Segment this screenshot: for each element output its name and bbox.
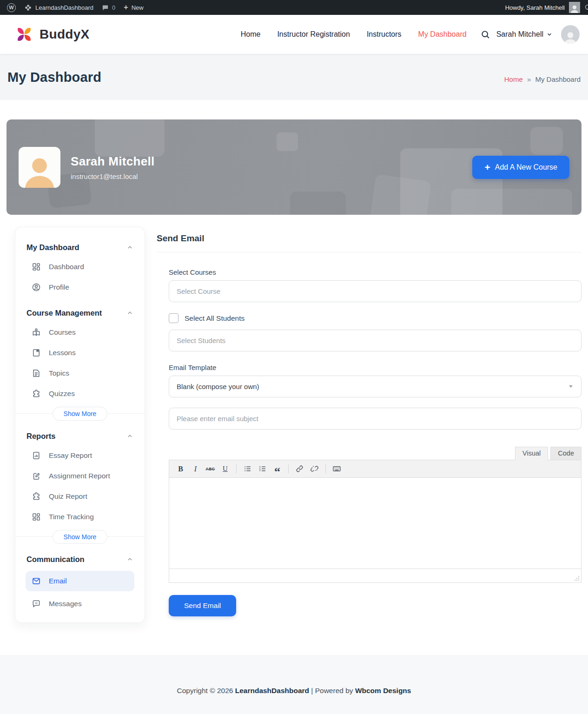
send-email-button[interactable]: Send Email	[169, 595, 236, 616]
sidebar-section-header-my-dashboard[interactable]: My Dashboard	[26, 239, 134, 257]
sidebar-item-courses[interactable]: Courses	[26, 322, 134, 343]
profile-avatar	[19, 147, 60, 188]
nav-my-dashboard[interactable]: My Dashboard	[418, 30, 467, 39]
footer-site-link[interactable]: LearndashDashboard	[235, 687, 309, 694]
footer-powered-text: | Powered by	[309, 687, 355, 694]
breadcrumb-current: My Dashboard	[535, 75, 581, 83]
content-area: My Dashboard Dashboard Profile Course Ma…	[0, 215, 588, 655]
sidebar-item-quiz-report[interactable]: Quiz Report	[26, 486, 134, 507]
header-search-icon[interactable]	[481, 30, 490, 39]
select-course-input[interactable]	[169, 280, 581, 302]
numbered-list-button[interactable]	[255, 463, 270, 475]
remove-link-button[interactable]	[307, 463, 322, 475]
nav-instructors[interactable]: Instructors	[367, 30, 402, 39]
sidebar-section-header-communication[interactable]: Communication	[26, 551, 134, 569]
page-title: My Dashboard	[7, 70, 101, 85]
editor-status-bar	[169, 569, 581, 583]
sidebar-section-header-reports[interactable]: Reports	[26, 428, 134, 445]
dashboard-grid-icon	[32, 262, 41, 271]
editor-tabs: Visual Code	[169, 446, 581, 460]
sidebar-item-messages[interactable]: Messages	[26, 594, 134, 614]
add-new-course-button[interactable]: + Add A New Course	[472, 156, 569, 179]
sidebar-item-profile[interactable]: Profile	[26, 277, 134, 298]
blockquote-button[interactable]: “	[270, 463, 284, 475]
keyboard-shortcuts-button[interactable]	[330, 463, 344, 475]
toolbar-separator	[236, 464, 237, 473]
admin-bar-comments[interactable]: 0	[98, 0, 119, 15]
sidebar-item-lessons[interactable]: Lessons	[26, 343, 134, 363]
email-envelope-icon	[32, 576, 41, 586]
sidebar-item-email[interactable]: Email	[26, 571, 134, 591]
sidebar-item-label: Time Tracking	[49, 513, 94, 521]
banner-decor-cube	[530, 127, 563, 155]
select-all-students-checkbox[interactable]	[169, 313, 178, 323]
header-avatar[interactable]	[561, 25, 580, 44]
email-body-textarea[interactable]	[169, 478, 581, 569]
sidebar-section-communication: Communication Email Messages	[15, 545, 145, 615]
send-email-panel: Send Email Select Courses Select All Stu…	[157, 227, 581, 616]
section-title: Course Management	[26, 309, 102, 317]
select-students-input[interactable]	[169, 330, 581, 351]
underline-button[interactable]: U	[218, 463, 232, 475]
select-caret-icon	[569, 385, 573, 388]
select-courses-label: Select Courses	[169, 268, 581, 276]
email-template-select[interactable]: Blank (compose your own)	[169, 376, 581, 397]
italic-button[interactable]: I	[188, 463, 203, 475]
editor-toolbar: B I ABC U “	[169, 460, 581, 478]
site-logo[interactable]: BuddyX	[14, 24, 90, 45]
assignment-report-edit-icon	[32, 471, 41, 481]
select-all-students-row: Select All Students	[169, 313, 581, 323]
footer-company-link[interactable]: Wbcom Designs	[355, 687, 411, 694]
site-icon	[24, 4, 32, 12]
sidebar-item-dashboard[interactable]: Dashboard	[26, 257, 134, 277]
topics-document-icon	[32, 369, 41, 378]
bullet-list-icon	[244, 465, 251, 473]
search-icon[interactable]	[584, 4, 588, 11]
sidebar-item-essay-report[interactable]: Essay Report	[26, 445, 134, 466]
keyboard-icon	[332, 464, 341, 473]
send-email-form: Select Courses Select All Students Email…	[169, 268, 581, 616]
sidebar-item-label: Profile	[49, 283, 69, 291]
banner-decor-cube	[95, 119, 165, 157]
sidebar-item-topics[interactable]: Topics	[26, 363, 134, 383]
admin-bar-new[interactable]: + New	[119, 0, 147, 15]
header-tools: Sarah Mitchell	[481, 25, 580, 44]
tab-visual[interactable]: Visual	[515, 447, 548, 460]
dashboard-sidebar: My Dashboard Dashboard Profile Course Ma…	[15, 227, 145, 623]
banner-decor-cube	[451, 189, 572, 215]
numbered-list-icon	[258, 465, 266, 473]
sidebar-section-course-management: Course Management Courses Lessons Topi	[15, 298, 145, 422]
sidebar-item-label: Dashboard	[49, 263, 84, 271]
nav-instructor-registration[interactable]: Instructor Registration	[277, 30, 350, 39]
show-more-button[interactable]: Show More	[53, 530, 108, 544]
resize-grip-icon[interactable]	[574, 575, 580, 581]
admin-bar-site-name[interactable]: LearndashDashboard	[20, 0, 98, 15]
quizzes-puzzle-icon	[32, 389, 41, 398]
sidebar-item-assignment-report[interactable]: Assignment Report	[26, 466, 134, 486]
sidebar-item-label: Essay Report	[49, 451, 92, 460]
plus-icon: +	[484, 162, 490, 172]
site-header: BuddyX Home Instructor Registration Inst…	[0, 15, 588, 54]
site-footer: Copyright © 2026 LearndashDashboard | Po…	[0, 655, 588, 714]
insert-link-button[interactable]	[292, 463, 307, 475]
sidebar-item-quizzes[interactable]: Quizzes	[26, 383, 134, 404]
sidebar-item-time-tracking[interactable]: Time Tracking	[26, 507, 134, 527]
admin-bar-right: Howdy, Sarah Mitchell	[505, 2, 588, 13]
strikethrough-button[interactable]: ABC	[203, 463, 218, 475]
bold-button[interactable]: B	[173, 463, 188, 475]
bullet-list-button[interactable]	[240, 463, 255, 475]
tab-code[interactable]: Code	[550, 447, 581, 460]
email-subject-input[interactable]	[169, 408, 581, 430]
nav-home[interactable]: Home	[241, 30, 261, 39]
admin-bar-avatar[interactable]	[569, 2, 580, 13]
breadcrumb-home-link[interactable]: Home	[504, 75, 523, 83]
courses-reader-icon	[32, 328, 41, 337]
sidebar-section-header-course-management[interactable]: Course Management	[26, 305, 134, 322]
wp-logo-menu[interactable]: W	[3, 0, 20, 15]
show-more-button[interactable]: Show More	[53, 407, 108, 421]
sidebar-item-label: Quiz Report	[49, 492, 87, 501]
howdy-account-link[interactable]: Howdy, Sarah Mitchell	[505, 4, 565, 11]
header-user-menu[interactable]: Sarah Mitchell	[496, 30, 553, 39]
banner-decor-cube	[369, 174, 431, 215]
section-title: Reports	[26, 432, 55, 441]
